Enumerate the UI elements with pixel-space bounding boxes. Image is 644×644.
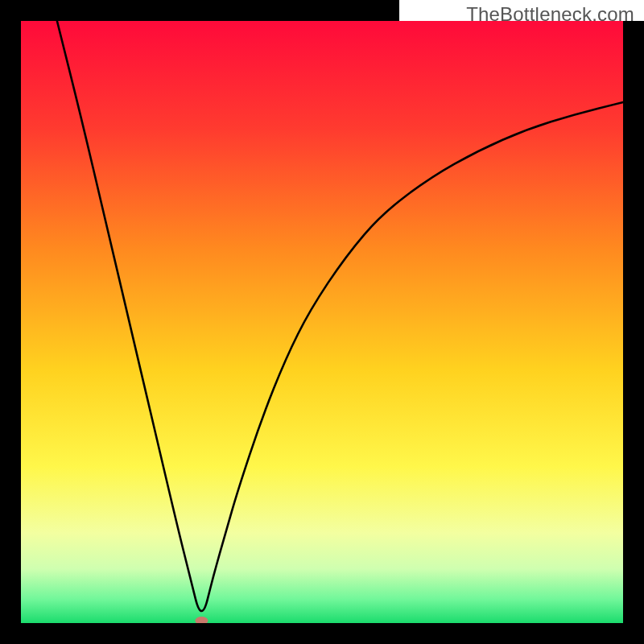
bottleneck-chart: [0, 0, 644, 644]
watermark-label: TheBottleneck.com: [466, 3, 634, 26]
chart-container: TheBottleneck.com: [0, 0, 644, 644]
plot-background: [21, 21, 623, 623]
